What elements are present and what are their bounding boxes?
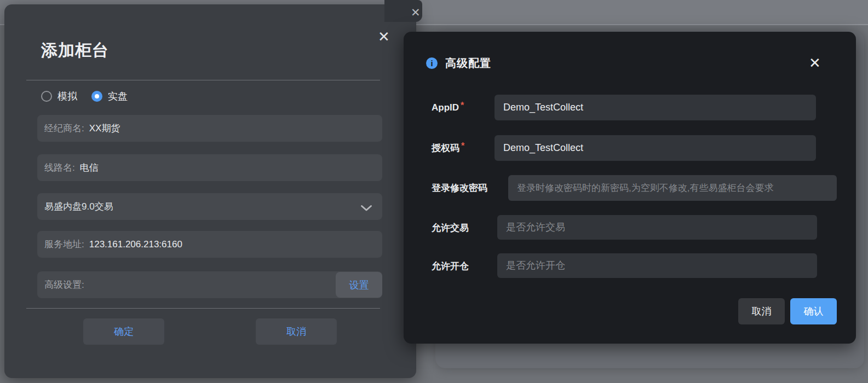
authcode-input[interactable] xyxy=(495,135,816,161)
authcode-label: 授权码 * xyxy=(432,135,464,161)
broker-name-label: 经纪商名: xyxy=(44,122,84,135)
required-mark: * xyxy=(461,141,464,151)
label-text: 授权码 xyxy=(432,142,459,154)
label-text: 登录修改密码 xyxy=(432,182,487,194)
radio-simulation[interactable] xyxy=(41,91,52,102)
dialog-header: i 高级配置 xyxy=(426,56,491,71)
advanced-settings-label: 高级设置: xyxy=(44,278,84,291)
close-icon[interactable]: ✕ xyxy=(378,28,390,45)
confirm-button[interactable]: 确定 xyxy=(83,318,164,345)
confirm-button[interactable]: 确认 xyxy=(790,298,837,324)
broker-name-value: XX期货 xyxy=(89,122,120,135)
allow-open-label: 允许开仓 xyxy=(432,253,469,279)
label-text: AppID xyxy=(432,102,459,113)
background-close-icon[interactable]: ✕ xyxy=(411,7,421,18)
dialog-title: 高级配置 xyxy=(445,56,491,71)
radio-simulation-label[interactable]: 模拟 xyxy=(58,90,77,103)
cancel-button[interactable]: 取消 xyxy=(738,298,785,324)
login-password-label: 登录修改密码 xyxy=(432,175,487,201)
form-row-login-password: 登录修改密码 xyxy=(432,175,837,201)
line-name-label: 线路名: xyxy=(44,161,75,174)
counter-type-selected-value: 易盛内盘9.0交易 xyxy=(44,200,113,213)
divider xyxy=(26,80,380,80)
server-address-field[interactable]: 服务地址: 123.161.206.213:6160 xyxy=(37,231,382,258)
appid-label: AppID * xyxy=(432,95,464,120)
required-mark: * xyxy=(461,101,464,111)
line-name-field[interactable]: 线路名: 电信 xyxy=(37,154,382,181)
counter-type-select[interactable]: 易盛内盘9.0交易 xyxy=(37,193,382,220)
allow-trade-input[interactable] xyxy=(497,215,817,240)
account-type-radio-group: 模拟 实盘 xyxy=(41,90,142,103)
allow-open-input[interactable] xyxy=(497,253,817,278)
label-text: 允许开仓 xyxy=(432,260,469,272)
broker-name-field[interactable]: 经纪商名: XX期货 xyxy=(37,115,382,142)
form-row-allow-trade: 允许交易 xyxy=(432,215,837,241)
form-row-appid: AppID * xyxy=(432,95,837,120)
radio-live[interactable] xyxy=(91,91,102,102)
dialog-title: 添加柜台 xyxy=(41,39,109,62)
server-address-label: 服务地址: xyxy=(44,238,84,251)
cancel-button[interactable]: 取消 xyxy=(256,318,337,345)
radio-live-label[interactable]: 实盘 xyxy=(108,90,128,103)
form-row-allow-open: 允许开仓 xyxy=(432,253,837,279)
add-counter-dialog: ✕ 添加柜台 模拟 实盘 经纪商名: XX期货 线路名: 电信 易盛内盘9.0交… xyxy=(4,4,416,378)
advanced-settings-button[interactable]: 设置 xyxy=(336,272,382,298)
close-icon[interactable]: ✕ xyxy=(809,55,821,72)
label-text: 允许交易 xyxy=(432,222,469,234)
login-password-input[interactable] xyxy=(508,175,837,201)
info-icon: i xyxy=(426,57,438,69)
chevron-down-icon xyxy=(360,204,372,214)
line-name-value: 电信 xyxy=(80,161,99,174)
server-address-value: 123.161.206.213:6160 xyxy=(89,239,182,250)
divider xyxy=(26,308,380,309)
advanced-settings-field[interactable]: 高级设置: 设置 xyxy=(37,271,382,298)
appid-input[interactable] xyxy=(495,95,816,120)
background-window-corner: ✕ xyxy=(384,0,422,22)
advanced-config-dialog: i 高级配置 ✕ AppID * 授权码 * 登录修改密码 允许交易 允许开仓 xyxy=(404,32,856,344)
allow-trade-label: 允许交易 xyxy=(432,215,469,241)
form-row-authcode: 授权码 * xyxy=(432,135,837,161)
